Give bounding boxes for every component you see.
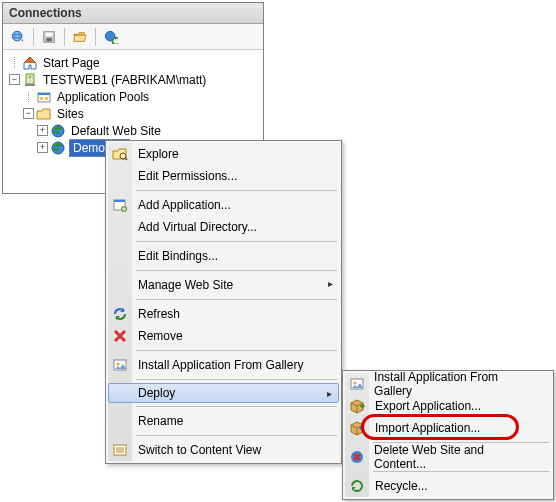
menu-label: Install Application From Gallery [368, 370, 533, 398]
svg-rect-11 [45, 97, 48, 100]
app-pools-icon [36, 89, 52, 105]
menu-label: Edit Bindings... [132, 249, 218, 263]
svg-point-26 [353, 382, 356, 385]
svg-rect-3 [46, 37, 51, 41]
menu-label: Export Application... [369, 399, 481, 413]
menu-item-switch-content-view[interactable]: Switch to Content View [108, 439, 339, 461]
tree-label: TESTWEB1 (FABRIKAM\matt) [41, 71, 208, 89]
collapse-icon[interactable]: − [9, 74, 20, 85]
menu-item-manage-web-site[interactable]: Manage Web Site [108, 274, 339, 296]
menu-separator [136, 241, 337, 242]
server-icon [22, 72, 38, 88]
expand-icon[interactable]: + [37, 142, 48, 153]
save-button[interactable] [38, 27, 60, 47]
menu-label: Delete Web Site and Content... [368, 443, 533, 471]
menu-separator [136, 435, 337, 436]
menu-label: Remove [132, 329, 183, 343]
menu-separator [136, 299, 337, 300]
submenu-item-import-application[interactable]: Import Application... [345, 417, 551, 439]
menu-separator [373, 471, 549, 472]
menu-item-add-application[interactable]: Add Application... [108, 194, 339, 216]
gallery-icon [349, 376, 365, 392]
earth-icon [50, 123, 66, 139]
svg-rect-17 [114, 200, 125, 202]
refresh-globe-icon [104, 30, 118, 44]
content-view-icon [112, 442, 128, 458]
menu-separator [136, 350, 337, 351]
remove-x-icon [112, 328, 128, 344]
menu-label: Add Application... [132, 198, 231, 212]
recycle-icon [349, 478, 365, 494]
collapse-icon[interactable]: − [23, 108, 34, 119]
sites-folder-icon [36, 106, 52, 122]
folder-search-icon [112, 146, 128, 162]
menu-label: Install Application From Gallery [132, 358, 303, 372]
tree-line [9, 57, 20, 68]
toolbar-separator [95, 28, 96, 46]
tree-label: Start Page [41, 54, 102, 72]
menu-item-install-gallery[interactable]: Install Application From Gallery [108, 354, 339, 376]
globe-dropdown-icon [11, 30, 25, 44]
site-context-menu: Explore Edit Permissions... Add Applicat… [105, 140, 342, 464]
menu-label: Deploy [132, 386, 175, 400]
tree-item-server[interactable]: − TESTWEB1 (FABRIKAM\matt) [5, 71, 261, 88]
earth-icon [50, 140, 66, 156]
menu-item-rename[interactable]: Rename [108, 410, 339, 432]
svg-rect-9 [38, 93, 50, 95]
submenu-item-export-application[interactable]: Export Application... [345, 395, 551, 417]
svg-point-7 [29, 76, 31, 78]
menu-separator [136, 270, 337, 271]
app-icon [112, 197, 128, 213]
tree-label: Sites [55, 105, 86, 123]
menu-label: Add Virtual Directory... [132, 220, 257, 234]
tree-item-app-pools[interactable]: Application Pools [5, 88, 261, 105]
submenu-item-delete-site-content[interactable]: Delete Web Site and Content... [345, 446, 551, 468]
menu-separator [136, 379, 337, 380]
tree-line [23, 91, 34, 102]
panel-title: Connections [3, 3, 263, 24]
submenu-item-recycle[interactable]: Recycle... [345, 475, 551, 497]
refresh-arrows-icon [112, 306, 128, 322]
tree-item-start-page[interactable]: Start Page [5, 54, 261, 71]
panel-toolbar [3, 24, 263, 50]
menu-label: Import Application... [369, 421, 480, 435]
folder-open-icon [73, 30, 87, 44]
menu-separator [136, 190, 337, 191]
svg-rect-6 [25, 84, 35, 86]
svg-rect-10 [40, 97, 43, 100]
deploy-submenu: Install Application From Gallery Export … [342, 370, 554, 500]
svg-line-15 [125, 158, 127, 160]
menu-item-explore[interactable]: Explore [108, 143, 339, 165]
menu-label: Edit Permissions... [132, 169, 237, 183]
menu-item-edit-bindings[interactable]: Edit Bindings... [108, 245, 339, 267]
menu-label: Explore [132, 147, 179, 161]
package-import-icon [349, 420, 365, 436]
svg-rect-2 [46, 32, 53, 36]
menu-label: Rename [132, 414, 183, 428]
expand-icon[interactable]: + [37, 125, 48, 136]
menu-item-edit-permissions[interactable]: Edit Permissions... [108, 165, 339, 187]
menu-item-add-virtual-dir[interactable]: Add Virtual Directory... [108, 216, 339, 238]
home-icon [22, 55, 38, 71]
refresh-connections-button[interactable] [100, 27, 122, 47]
menu-item-refresh[interactable]: Refresh [108, 303, 339, 325]
menu-separator [136, 406, 337, 407]
tree-item-default-site[interactable]: + Default Web Site [5, 122, 261, 139]
delete-icon [349, 449, 365, 465]
menu-label: Manage Web Site [132, 278, 233, 292]
package-icon [349, 398, 365, 414]
menu-label: Switch to Content View [132, 443, 261, 457]
connect-button[interactable] [7, 27, 29, 47]
up-level-button[interactable] [69, 27, 91, 47]
svg-point-20 [117, 363, 120, 366]
menu-item-remove[interactable]: Remove [108, 325, 339, 347]
tree-label: Default Web Site [69, 122, 163, 140]
tree-item-sites[interactable]: − Sites [5, 105, 261, 122]
svg-rect-5 [26, 74, 34, 84]
disk-icon [42, 30, 56, 44]
menu-label: Refresh [132, 307, 180, 321]
menu-item-deploy[interactable]: Deploy [108, 383, 339, 403]
menu-label: Recycle... [369, 479, 428, 493]
tree-label: Application Pools [55, 88, 151, 106]
submenu-item-install-gallery[interactable]: Install Application From Gallery [345, 373, 551, 395]
